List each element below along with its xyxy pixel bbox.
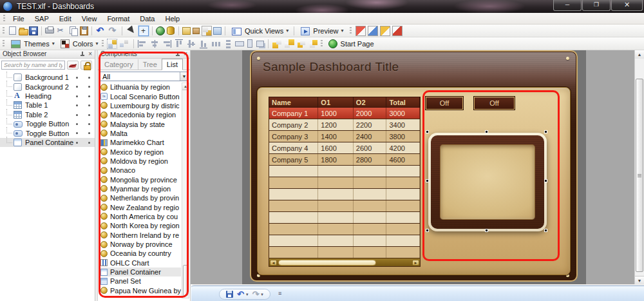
object-browser-item[interactable]: Toggle Button [0, 119, 95, 128]
menu-item-edit[interactable]: Edit [54, 15, 77, 23]
selection-handle-sw[interactable] [426, 229, 429, 232]
panel-container-component[interactable] [428, 133, 547, 231]
open-icon[interactable] [19, 29, 28, 35]
scrollbar-thumb[interactable] [278, 260, 376, 266]
toggle-button-1[interactable]: Off [426, 97, 463, 110]
themes-button[interactable]: Themes ▾ [7, 39, 57, 49]
component-list-item[interactable]: Oceania by country [99, 249, 181, 258]
align-top-icon[interactable] [174, 39, 184, 49]
menu-item-view[interactable]: View [77, 15, 102, 23]
align-middle-icon[interactable] [186, 39, 196, 49]
component-list-item[interactable]: New Zealand by regio [99, 202, 181, 211]
search-input[interactable] [1, 61, 65, 70]
lock-dot[interactable] [88, 132, 90, 134]
copy-icon[interactable] [68, 26, 79, 36]
sap-open-icon[interactable] [368, 26, 378, 36]
make-same-height-icon[interactable] [247, 39, 252, 48]
group-icon[interactable] [107, 39, 117, 49]
component-list-item[interactable]: Northern Ireland by re [99, 231, 181, 240]
components-scrollbar[interactable]: ▲ [182, 83, 189, 298]
selection-handle-n[interactable] [485, 130, 488, 133]
manage-connections-icon[interactable] [156, 26, 165, 35]
align-center-icon[interactable] [149, 39, 160, 49]
table-row[interactable] [269, 235, 421, 247]
toggle-button-2[interactable]: Off [474, 97, 515, 110]
menu-item-format[interactable]: Format [102, 15, 135, 23]
select-cursor-icon[interactable] [126, 26, 137, 36]
component-list-item[interactable]: Malta [99, 129, 181, 138]
component-list-item[interactable]: North Korea by region [99, 221, 181, 230]
scroll-down-icon[interactable]: ▼ [635, 276, 644, 284]
object-browser-item[interactable]: Table 1 [0, 101, 95, 110]
lock-dot[interactable] [88, 95, 90, 97]
object-browser-item[interactable]: Heading [0, 92, 95, 101]
undo-icon[interactable]: ↶ [237, 291, 244, 298]
component-list-item[interactable]: Mongolia by province [99, 175, 181, 184]
table-row[interactable]: Company 2120022003400 [269, 119, 421, 131]
visibility-dot[interactable] [76, 95, 78, 97]
import-spreadsheet-icon[interactable] [202, 26, 212, 36]
component-list-item[interactable]: Monaco [99, 166, 181, 175]
print-icon[interactable] [45, 28, 54, 34]
table-row[interactable]: Company 1100020003000 [269, 108, 421, 119]
component-list-item[interactable]: Myanmar by region [99, 184, 181, 193]
sap-publish-icon[interactable] [392, 26, 402, 36]
component-list-item[interactable]: OHLC Chart [99, 258, 181, 267]
redo-icon[interactable] [108, 26, 118, 36]
preview-button[interactable]: Preview ▾ [297, 26, 346, 36]
table-row[interactable]: Company 5180028004600 [269, 154, 421, 166]
visibility-dot[interactable] [76, 114, 78, 116]
close-icon[interactable]: × [88, 51, 92, 57]
align-bottom-icon[interactable] [198, 39, 209, 49]
selection-handle-s[interactable] [485, 229, 488, 232]
close-icon[interactable]: × [184, 51, 187, 57]
import-model-icon[interactable] [182, 27, 191, 35]
table-horizontal-scrollbar[interactable]: ◄ ► [269, 258, 421, 267]
send-to-back-icon[interactable] [284, 39, 294, 49]
object-browser-item[interactable]: Background 2 [0, 82, 95, 91]
lock-dot[interactable] [88, 142, 90, 144]
object-browser-item[interactable]: Background 1 [0, 73, 95, 82]
scroll-right-icon[interactable]: ► [412, 260, 419, 266]
lock-dot[interactable] [88, 104, 90, 106]
component-list-item[interactable]: Lithuania by region [99, 83, 181, 92]
undo-icon[interactable] [96, 26, 106, 36]
dashboard-canvas[interactable]: Sample Dashboard Title NameO1O2Total Com… [250, 50, 578, 282]
table-row[interactable] [269, 177, 421, 189]
minimize-button[interactable]: ─ [553, 0, 582, 11]
bring-to-front-icon[interactable] [272, 39, 282, 49]
table-row[interactable] [269, 212, 421, 224]
component-list-item[interactable]: Papua New Guinea by [99, 286, 181, 295]
lock-dot[interactable] [88, 77, 90, 79]
scrollbar-thumb[interactable] [636, 79, 643, 272]
visibility-dot[interactable] [76, 142, 78, 144]
visibility-dot[interactable] [76, 123, 78, 125]
colors-button[interactable]: Colors ▾ [57, 38, 101, 50]
sap-save-icon[interactable] [380, 26, 390, 36]
table-row[interactable] [269, 224, 421, 235]
lock-dot[interactable] [88, 114, 90, 116]
scroll-left-icon[interactable]: ◄ [270, 260, 277, 266]
visibility-dot[interactable] [76, 77, 78, 79]
selection-handle-e[interactable] [544, 179, 547, 182]
align-right-icon[interactable] [162, 39, 172, 49]
table-row[interactable] [269, 166, 421, 177]
menu-item-help[interactable]: Help [160, 15, 185, 23]
component-list-item[interactable]: Local Scenario Button [99, 92, 181, 101]
components-filter-dropdown[interactable]: All ▼ [99, 72, 189, 81]
make-same-width-icon[interactable] [235, 41, 244, 46]
space-evenly-horizontal-icon[interactable] [211, 39, 221, 49]
visibility-dot[interactable] [76, 132, 78, 134]
make-same-size-icon[interactable] [256, 41, 264, 47]
object-browser-item[interactable]: Panel Containe [0, 138, 95, 147]
table-row[interactable] [269, 189, 421, 200]
scroll-up-icon[interactable]: ▲ [635, 50, 644, 59]
component-list-item[interactable]: Macedonia by region [99, 110, 181, 119]
hide-toggle-icon[interactable] [67, 61, 79, 70]
ungroup-icon[interactable] [119, 39, 129, 49]
export-model-icon[interactable] [193, 28, 200, 34]
scrollbar-thumb[interactable] [183, 265, 188, 296]
align-left-icon[interactable] [137, 39, 147, 49]
pin-icon[interactable] [80, 52, 85, 57]
restore-button[interactable]: ❐ [582, 0, 611, 11]
